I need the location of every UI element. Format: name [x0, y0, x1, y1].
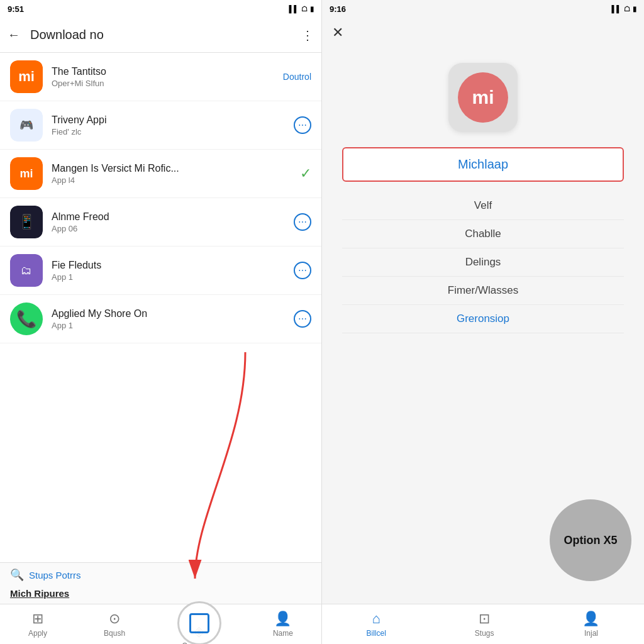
app-icon-apglied: 📞: [10, 303, 43, 335]
app-icon-fie: 🗂: [10, 254, 43, 287]
name-icon: 👤: [274, 611, 291, 627]
search-icon: 🔍: [10, 568, 24, 582]
app-name: Triveny Appi: [52, 114, 294, 126]
right-time: 9:16: [330, 4, 346, 14]
battery-icon: ▮: [310, 5, 314, 13]
app-sub: App 06: [52, 224, 294, 233]
app-sub: App 1: [52, 272, 294, 282]
menu-list: Velf Chablle Delings Fimer/Wlasses Grero…: [342, 192, 624, 333]
app-action-doutrol[interactable]: Doutrol: [283, 72, 311, 82]
app-action-circle[interactable]: ⋯: [294, 262, 311, 279]
app-name: Fie Fleduts: [52, 260, 294, 271]
nav-item-stugs[interactable]: ⊡ Stugs: [475, 611, 494, 638]
left-header: ← Download no ⋮: [0, 18, 321, 53]
arrow-circle: [177, 601, 221, 644]
large-app-icon-label: mi: [472, 87, 494, 108]
app-icon-triveny: 🎮: [10, 109, 43, 142]
app-info-triveny: Triveny Appi Fied' zlc: [52, 114, 294, 136]
large-app-icon-wrapper: mi: [448, 63, 518, 132]
option-x5-label: Option X5: [564, 534, 618, 547]
more-button[interactable]: ⋮: [301, 28, 314, 43]
list-item[interactable]: 📱 Alnme Freod App 06 ⋯: [0, 198, 321, 247]
app-sub: Fied' zlc: [52, 127, 294, 136]
app-info-fie: Fie Fleduts App 1: [52, 260, 294, 282]
app-sub: App 1: [52, 321, 294, 330]
nav-item-name[interactable]: 👤 Name: [273, 611, 293, 638]
app-action-circle[interactable]: ⋯: [294, 116, 311, 134]
app-action-circle[interactable]: ⋯: [294, 310, 311, 328]
apply-icon: ⊞: [32, 611, 43, 627]
nav-label-apply: Apply: [28, 629, 47, 638]
option-x5-circle[interactable]: Option X5: [550, 499, 631, 581]
left-time: 9:51: [8, 4, 289, 14]
list-item[interactable]: 📞 Apglied My Shore On App 1 ⋯: [0, 295, 321, 343]
michlaap-box: Michlaap: [342, 147, 624, 182]
right-status-icons: ▌▌ ☖ ▮: [611, 5, 636, 13]
nav-item-injal[interactable]: 👤 Injal: [582, 611, 599, 638]
nav-item-billcel[interactable]: ⌂ Billcel: [366, 611, 386, 638]
list-item[interactable]: mi Mangen Is Versict Mi Rofic... App l4 …: [0, 150, 321, 198]
app-icon-mangen: mi: [10, 157, 43, 190]
app-info-tantitso: The Tantitso Oper+Mi Slfun: [52, 66, 283, 88]
menu-item-fimer[interactable]: Fimer/Wlasses: [342, 277, 624, 305]
nav-item-condotion[interactable]: ◈ Condotion: [182, 598, 216, 644]
back-button[interactable]: ←: [8, 28, 20, 42]
app-action-circle[interactable]: ⋯: [294, 213, 311, 231]
app-action-check: ✓: [300, 165, 311, 182]
right-wrapper: mi Michlaap Velf Chablle Delings Fimer/W…: [322, 48, 644, 644]
large-app-icon: mi: [458, 72, 508, 123]
status-bar-right: 9:16 ▌▌ ☖ ▮: [322, 0, 644, 18]
mich-ripures-label: Mich Ripures: [0, 587, 321, 604]
menu-item-greronsiop[interactable]: Greronsiop: [342, 305, 624, 333]
stugs-icon: ⊡: [479, 611, 490, 627]
nav-label-stugs: Stugs: [475, 629, 494, 638]
nav-label-billcel: Billcel: [366, 629, 386, 638]
app-name: The Tantitso: [52, 66, 283, 77]
sim-icon: ☖: [301, 5, 308, 13]
list-item[interactable]: 🎮 Triveny Appi Fied' zlc ⋯: [0, 101, 321, 150]
page-title: Download no: [30, 28, 291, 42]
signal-icon: ▌▌: [289, 5, 299, 13]
nav-item-bqush[interactable]: ⊙ Bqush: [104, 611, 125, 638]
nav-bar-left: ⊞ Apply ⊙ Bqush ◈ Condotion 👤 Name: [0, 604, 321, 644]
search-bar-area: 🔍 Stups Potrrs: [0, 563, 321, 587]
michlaap-text: Michlaap: [458, 157, 508, 171]
app-list: mi The Tantitso Oper+Mi Slfun Doutrol 🎮 …: [0, 53, 321, 562]
app-info-mangen: Mangen Is Versict Mi Rofic... App l4: [52, 163, 300, 185]
nav-label-name: Name: [273, 629, 293, 638]
left-status-icons: ▌▌ ☖ ▮: [289, 5, 314, 13]
nav-bar-right: ⌂ Billcel ⊡ Stugs 👤 Injal: [322, 604, 644, 644]
app-info-apglied: Apglied My Shore On App 1: [52, 308, 294, 330]
app-sub: App l4: [52, 175, 300, 185]
menu-item-chablle[interactable]: Chablle: [342, 220, 624, 248]
billcel-icon: ⌂: [372, 611, 380, 627]
square-icon: [189, 613, 209, 633]
nav-item-apply[interactable]: ⊞ Apply: [28, 611, 47, 638]
app-icon-alnme: 📱: [10, 206, 43, 238]
bottom-area: 🔍 Stups Potrrs Mich Ripures: [0, 562, 321, 604]
list-item[interactable]: 🗂 Fie Fleduts App 1 ⋯: [0, 247, 321, 295]
app-name: Apglied My Shore On: [52, 308, 294, 319]
status-bar-left: 9:51 ▌▌ ☖ ▮: [0, 0, 321, 18]
app-info-alnme: Alnme Freod App 06: [52, 211, 294, 233]
menu-item-velf[interactable]: Velf: [342, 192, 624, 220]
list-item[interactable]: mi The Tantitso Oper+Mi Slfun Doutrol: [0, 53, 321, 101]
nav-label-injal: Injal: [584, 629, 598, 638]
injal-icon: 👤: [582, 611, 599, 627]
bqush-icon: ⊙: [109, 611, 120, 627]
app-name: Mangen Is Versict Mi Rofic...: [52, 163, 300, 174]
menu-item-delings[interactable]: Delings: [342, 248, 624, 277]
right-sim-icon: ☖: [624, 5, 630, 13]
right-panel: 9:16 ▌▌ ☖ ▮ ✕ mi Michlaap Velf: [322, 0, 644, 644]
left-panel: 9:51 ▌▌ ☖ ▮ ← Download no ⋮ mi The Tanti…: [0, 0, 322, 644]
right-signal-icon: ▌▌: [611, 5, 621, 13]
nav-label-bqush: Bqush: [104, 629, 125, 638]
app-icon-tantitso: mi: [10, 60, 43, 93]
close-button[interactable]: ✕: [332, 25, 343, 41]
search-text[interactable]: Stups Potrrs: [29, 570, 81, 580]
right-battery-icon: ▮: [633, 5, 636, 13]
app-sub: Oper+Mi Slfun: [52, 79, 283, 88]
app-name: Alnme Freod: [52, 211, 294, 223]
right-header: ✕: [322, 18, 644, 48]
